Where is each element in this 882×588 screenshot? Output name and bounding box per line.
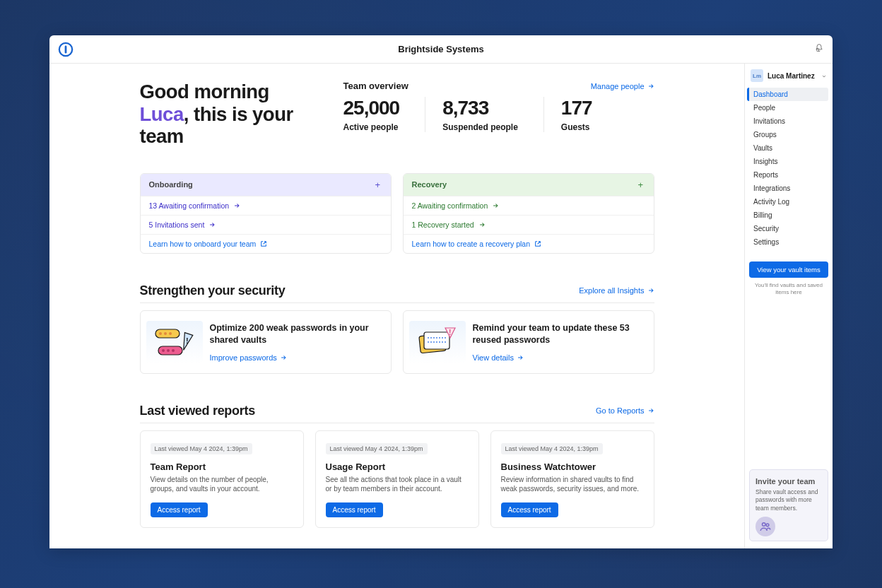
security-title: Strengthen your security: [140, 283, 286, 298]
weak-passwords-icon: !: [146, 321, 203, 363]
stat-suspended: 8,733 Suspended people: [425, 97, 543, 132]
arrow-right-icon: [280, 354, 287, 361]
arrow-right-icon: [208, 221, 216, 228]
right-sidebar: Lm Luca Martinez Dashboard People Invita…: [744, 64, 833, 548]
nav-activity-log[interactable]: Activity Log: [749, 195, 828, 208]
arrow-right-icon: [478, 221, 486, 228]
svg-point-9: [172, 349, 175, 352]
org-name: Brightside Systems: [398, 44, 483, 54]
avatar: Lm: [751, 69, 763, 82]
report-card-usage: Last viewed May 4 2024, 1:39pm Usage Rep…: [315, 430, 479, 528]
app-logo[interactable]: [58, 42, 74, 57]
user-menu[interactable]: Lm Luca Martinez: [745, 68, 833, 88]
svg-rect-12: [424, 332, 449, 349]
report-last-viewed: Last viewed May 4 2024, 1:39pm: [326, 443, 428, 454]
recovery-card: Recovery + 2 Awaiting confirmation 1 Rec…: [403, 173, 654, 254]
invite-team-card[interactable]: Invite your team Share vault access and …: [749, 469, 828, 541]
svg-point-17: [766, 524, 769, 527]
nav-settings[interactable]: Settings: [749, 235, 828, 249]
onboarding-card: Onboarding + 13 Awaiting confirmation 5 …: [140, 173, 392, 254]
greeting-prefix: Good morning: [140, 81, 269, 102]
external-link-icon: [534, 240, 541, 247]
app-header: Brightside Systems 0: [49, 35, 833, 64]
arrow-right-icon: [233, 202, 240, 209]
nav-people[interactable]: People: [749, 101, 828, 114]
onboarding-awaiting-link[interactable]: 13 Awaiting confirmation: [141, 196, 391, 215]
explore-insights-link[interactable]: Explore all Insights: [579, 286, 654, 295]
report-last-viewed: Last viewed May 4 2024, 1:39pm: [501, 443, 603, 454]
nav-security[interactable]: Security: [749, 222, 828, 235]
nav-reports[interactable]: Reports: [749, 168, 828, 182]
nav-groups[interactable]: Groups: [749, 128, 828, 141]
greeting: Good morning Luca, this is your team: [140, 81, 310, 148]
improve-passwords-link[interactable]: Improve passwords: [210, 353, 380, 362]
onboarding-invites-link[interactable]: 5 Invitations sent: [141, 215, 391, 234]
svg-point-16: [763, 523, 766, 527]
recovery-add-button[interactable]: +: [638, 180, 645, 190]
reused-passwords-card: ! Remind your team to update these 53 re…: [403, 310, 654, 374]
nav-vaults[interactable]: Vaults: [749, 141, 828, 155]
recovery-awaiting-link[interactable]: 2 Awaiting confirmation: [404, 196, 654, 215]
vault-hint: You'll find vaults and saved items here: [749, 282, 828, 297]
nav-insights[interactable]: Insights: [749, 155, 828, 168]
reports-title: Last viewed reports: [140, 404, 255, 418]
svg-text:!: !: [449, 329, 451, 336]
svg-rect-1: [65, 45, 67, 53]
svg-point-3: [159, 332, 162, 335]
overview-title: Team overview: [343, 81, 408, 91]
greeting-name: Luca: [140, 103, 184, 125]
onboarding-learn-link[interactable]: Learn how to onboard your team: [141, 234, 391, 253]
recovery-learn-link[interactable]: Learn how to create a recovery plan: [404, 234, 654, 253]
onboarding-title: Onboarding: [149, 180, 193, 189]
svg-point-8: [167, 349, 170, 352]
stat-guests: 177 Guests: [543, 97, 618, 132]
weak-passwords-card: ! Optimize 200 weak passwords in your sh…: [140, 310, 392, 374]
report-card-team: Last viewed May 4 2024, 1:39pm Team Repo…: [140, 430, 304, 528]
nav-billing[interactable]: Billing: [749, 208, 828, 222]
notifications-button[interactable]: 0: [814, 43, 824, 56]
nav-invitations[interactable]: Invitations: [749, 114, 828, 128]
arrow-right-icon: [647, 407, 654, 414]
report-card-watchtower: Last viewed May 4 2024, 1:39pm Business …: [490, 430, 654, 528]
manage-people-link[interactable]: Manage people: [591, 82, 654, 90]
nav-dashboard[interactable]: Dashboard: [747, 88, 828, 101]
team-overview: Team overview Manage people 25,000 Activ…: [343, 81, 654, 148]
arrow-right-icon: [517, 354, 524, 361]
view-vault-items-button[interactable]: View your vault items: [749, 261, 828, 278]
chevron-down-icon: [821, 69, 827, 82]
sidebar-nav: Dashboard People Invitations Groups Vaul…: [745, 88, 833, 249]
people-icon: [755, 517, 822, 536]
access-report-button[interactable]: Access report: [501, 502, 558, 517]
svg-point-7: [162, 349, 165, 352]
go-to-reports-link[interactable]: Go to Reports: [596, 406, 654, 415]
access-report-button[interactable]: Access report: [151, 502, 208, 517]
nav-integrations[interactable]: Integrations: [749, 182, 828, 195]
arrow-right-icon: [492, 202, 499, 209]
onboarding-add-button[interactable]: +: [375, 180, 382, 190]
reused-passwords-icon: !: [409, 321, 466, 363]
arrow-right-icon: [647, 287, 654, 294]
recovery-started-link[interactable]: 1 Recovery started: [404, 215, 654, 234]
external-link-icon: [260, 240, 267, 247]
view-reused-details-link[interactable]: View details: [473, 353, 642, 362]
svg-text:!: !: [186, 336, 189, 345]
svg-point-5: [169, 332, 172, 335]
stat-active: 25,000 Active people: [343, 97, 425, 132]
report-last-viewed: Last viewed May 4 2024, 1:39pm: [151, 443, 252, 454]
svg-point-4: [164, 332, 167, 335]
recovery-title: Recovery: [412, 180, 447, 189]
access-report-button[interactable]: Access report: [326, 502, 383, 517]
